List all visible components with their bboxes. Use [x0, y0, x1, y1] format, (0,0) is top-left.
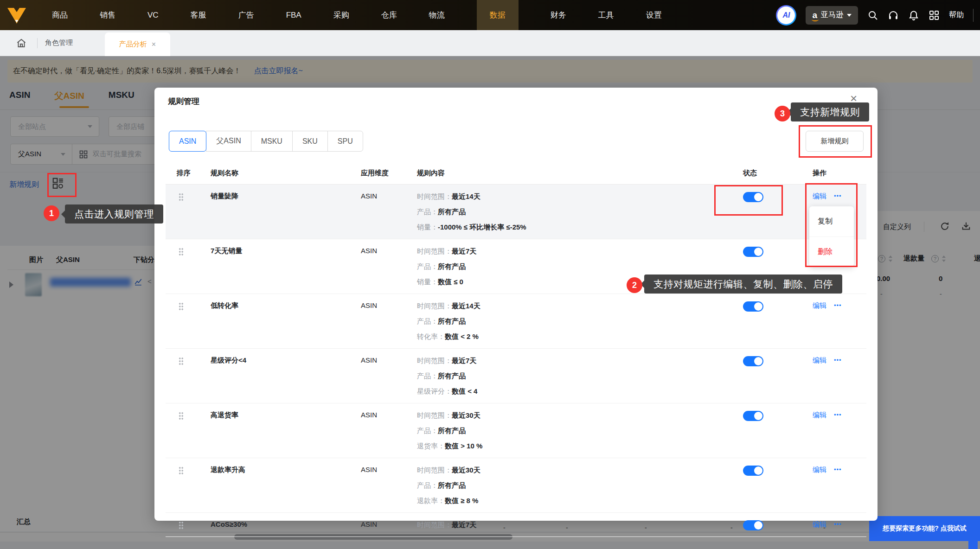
line-label: 产品：: [417, 372, 438, 380]
line-label: 时间范围：: [417, 466, 452, 474]
line-value: 最近7天: [452, 521, 476, 529]
col-actions: 操作: [813, 169, 866, 178]
tab-role-management[interactable]: 角色管理: [45, 38, 73, 47]
status-toggle[interactable]: [743, 301, 763, 312]
modal-tab-spu[interactable]: SPU: [327, 131, 363, 152]
edit-link[interactable]: 编辑: [813, 356, 826, 365]
rule-row: 低转化率 ASIN 时间范围：最近14天 产品：所有产品 转化率：数值 < 2 …: [166, 294, 866, 349]
edit-link[interactable]: 编辑: [813, 411, 826, 420]
line-value: 所有产品: [438, 427, 466, 434]
nav-item-logistics[interactable]: 物流: [429, 0, 445, 30]
ai-assistant-button[interactable]: AI: [776, 5, 796, 26]
col-dimension: 应用维度: [361, 169, 417, 178]
ellipsis-icon[interactable]: •••: [834, 521, 842, 528]
drag-handle-icon[interactable]: [179, 193, 184, 201]
modal-dimension-tabs: ASIN 父ASIN MSKU SKU SPU: [169, 131, 363, 152]
highlight-box-actions: [805, 183, 858, 267]
rule-dimension: ASIN: [361, 301, 417, 347]
line-label: 产品：: [417, 317, 438, 325]
bell-icon[interactable]: [908, 10, 919, 21]
nav-item-finance[interactable]: 财务: [551, 0, 566, 30]
help-link[interactable]: 帮助: [949, 10, 964, 20]
status-toggle[interactable]: [743, 520, 763, 530]
line-value: 数值 > 10 %: [445, 442, 482, 450]
line-value: 最近14天: [452, 302, 480, 310]
modal-tab-asin[interactable]: ASIN: [169, 131, 206, 152]
modal-tab-msku[interactable]: MSKU: [251, 131, 293, 152]
rule-content: 时间范围：最近7天 产品：所有产品 星级评分：数值 < 4: [417, 356, 743, 402]
line-value: 所有产品: [438, 262, 466, 270]
nav-item-warehouse[interactable]: 仓库: [381, 0, 397, 30]
line-value: 数值 ≥ 8 %: [445, 497, 478, 504]
nav-item-data[interactable]: 数据: [477, 0, 519, 30]
tooltip-step-3: 支持新增规则: [791, 102, 869, 121]
close-icon[interactable]: ×: [152, 40, 156, 49]
line-label: 时间范围：: [417, 192, 452, 200]
chat-widget-button[interactable]: 想要探索更多功能? 点我试试: [869, 516, 980, 541]
line-value: 最近30天: [452, 411, 480, 419]
line-label: 销量：: [417, 223, 438, 231]
rule-content: 时间范围：最近14天 产品：所有产品 销量：-1000% ≤ 环比增长率 ≤-2…: [417, 192, 743, 238]
headset-icon[interactable]: [888, 10, 899, 21]
highlight-box-add-button: [799, 125, 872, 158]
tab-product-analysis[interactable]: 产品分析 ×: [105, 32, 170, 56]
home-icon[interactable]: [16, 38, 27, 49]
rule-name: 销量陡降: [211, 192, 361, 238]
nav-item-fba[interactable]: FBA: [286, 0, 301, 30]
search-icon[interactable]: [867, 10, 878, 21]
ellipsis-icon[interactable]: •••: [834, 411, 842, 418]
highlight-box-rule-icon: [47, 173, 77, 197]
marketplace-selector[interactable]: a 亚马逊: [806, 6, 858, 25]
rule-row: 星级评分<4 ASIN 时间范围：最近7天 产品：所有产品 星级评分：数值 < …: [166, 349, 866, 403]
nav-menu: 商品 销售 VC 客服 广告 FBA 采购 仓库 物流 数据 财务 工具 设置: [52, 0, 662, 30]
rule-content: 时间范围：最近7天: [417, 520, 743, 536]
rule-name: 低转化率: [211, 301, 361, 347]
ellipsis-icon[interactable]: •••: [834, 302, 842, 309]
edit-link[interactable]: 编辑: [813, 466, 826, 474]
nav-item-settings[interactable]: 设置: [646, 0, 662, 30]
rule-management-modal: 规则管理 × ASIN 父ASIN MSKU SKU SPU 新增规则 排序 规…: [154, 88, 878, 521]
modal-tab-parent-asin[interactable]: 父ASIN: [206, 131, 251, 152]
ellipsis-icon[interactable]: •••: [834, 466, 842, 473]
edit-link[interactable]: 编辑: [813, 520, 826, 529]
line-value: 数值 < 4: [452, 387, 477, 395]
rule-content: 时间范围：最近14天 产品：所有产品 转化率：数值 < 2 %: [417, 301, 743, 347]
apps-grid-icon[interactable]: [929, 10, 940, 21]
col-sort: 排序: [166, 169, 211, 178]
rule-dimension: ASIN: [361, 247, 417, 293]
drag-handle-icon[interactable]: [179, 302, 184, 310]
line-label: 转化率：: [417, 332, 445, 340]
line-value: 所有产品: [438, 481, 466, 489]
line-value: 数值 ≤ 0: [438, 278, 463, 286]
nav-item-tools[interactable]: 工具: [598, 0, 614, 30]
drag-handle-icon[interactable]: [179, 248, 184, 255]
modal-title: 规则管理: [168, 96, 199, 107]
drag-handle-icon[interactable]: [179, 466, 184, 474]
modal-tab-sku[interactable]: SKU: [292, 131, 328, 152]
drag-handle-icon[interactable]: [179, 521, 184, 529]
rule-name: 星级评分<4: [211, 356, 361, 402]
drag-handle-icon[interactable]: [179, 357, 184, 365]
edit-link[interactable]: 编辑: [813, 301, 826, 310]
ellipsis-icon[interactable]: •••: [834, 357, 842, 364]
drag-handle-icon[interactable]: [179, 412, 184, 420]
line-value: 所有产品: [438, 208, 466, 216]
nav-item-products[interactable]: 商品: [52, 0, 68, 30]
status-toggle[interactable]: [743, 466, 763, 476]
status-toggle[interactable]: [743, 356, 763, 366]
line-label: 时间范围：: [417, 521, 452, 529]
nav-item-sales[interactable]: 销售: [100, 0, 115, 30]
status-toggle[interactable]: [743, 411, 763, 421]
rule-dimension: ASIN: [361, 520, 417, 536]
line-label: 时间范围：: [417, 302, 452, 310]
highlight-box-toggle: [714, 185, 783, 216]
status-toggle[interactable]: [743, 247, 763, 257]
nav-item-vc[interactable]: VC: [147, 0, 159, 30]
nav-item-ads[interactable]: 广告: [238, 0, 254, 30]
nav-item-service[interactable]: 客服: [191, 0, 206, 30]
tab-label: 产品分析: [119, 40, 147, 49]
rules-table-header: 排序 规则名称 应用维度 规则内容 状态 操作: [166, 169, 866, 185]
tooltip-step-1: 点击进入规则管理: [65, 204, 163, 223]
tooltip-text: 点击进入规则管理: [74, 208, 154, 221]
nav-item-purchase[interactable]: 采购: [333, 0, 349, 30]
